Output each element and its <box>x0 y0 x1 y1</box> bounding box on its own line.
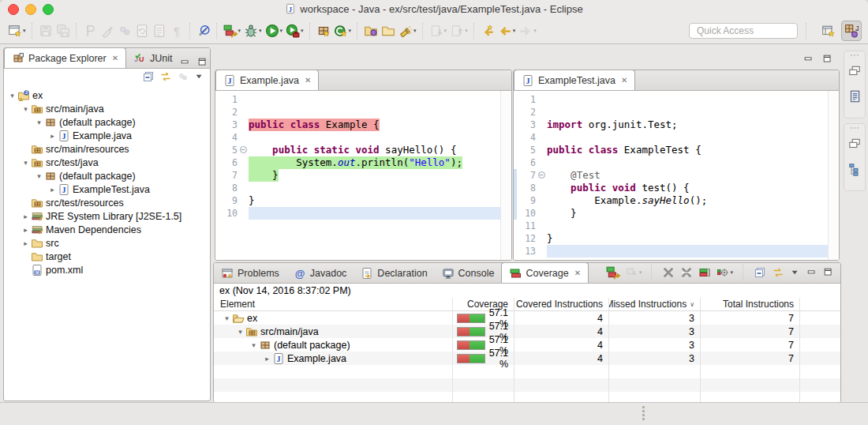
tree-item[interactable]: ▾(default package) <box>4 115 210 129</box>
close-tab-icon[interactable]: ✕ <box>305 76 311 85</box>
tree-down-arrow-icon[interactable]: ▾ <box>34 118 44 126</box>
dropdown-arrow-icon[interactable]: ▾ <box>259 28 262 34</box>
tab-package-explorer[interactable]: Package Explorer✕ <box>4 47 126 68</box>
tab-declaration[interactable]: Declaration <box>354 263 434 283</box>
minimize-editor-area-icon[interactable] <box>803 54 814 65</box>
column-header-element[interactable]: Element <box>214 298 452 310</box>
tree-down-arrow-icon[interactable]: ▾ <box>249 341 259 349</box>
tree-down-arrow-icon[interactable]: ▾ <box>7 92 17 100</box>
tab-coverage[interactable]: Coverage✕ <box>501 262 589 283</box>
run-button[interactable]: ▾ <box>264 21 285 41</box>
last-edit-location-button[interactable] <box>479 21 496 41</box>
tree-item[interactable]: ▸JExample.java <box>4 129 210 142</box>
dropdown-arrow-icon[interactable]: ▾ <box>533 28 537 34</box>
remove-session-button[interactable] <box>662 265 675 280</box>
tab-console[interactable]: Console <box>435 263 502 283</box>
save-all-button[interactable] <box>54 21 72 41</box>
restore-view-button[interactable] <box>847 64 862 81</box>
dropdown-arrow-icon[interactable]: ▾ <box>465 28 468 34</box>
report-button[interactable] <box>151 21 168 41</box>
tree-item[interactable]: target <box>4 250 210 263</box>
minimize-view-icon[interactable] <box>180 57 191 68</box>
tree-item[interactable]: ▾src/main/java <box>4 102 210 115</box>
dropdown-arrow-icon[interactable]: ▾ <box>23 28 26 34</box>
tree-right-arrow-icon[interactable]: ▸ <box>21 212 31 220</box>
view-menu-button[interactable] <box>790 265 801 280</box>
focus-button[interactable] <box>177 70 189 86</box>
tree-down-arrow-icon[interactable]: ▾ <box>34 172 44 180</box>
coverage-row[interactable]: ▾(default package)57.1 %437 <box>214 338 840 352</box>
tree-down-arrow-icon[interactable]: ▾ <box>21 105 31 113</box>
new-java-project-button[interactable] <box>315 21 332 41</box>
coverage-row[interactable]: ▾src/main/java57.1 %437 <box>214 325 840 338</box>
quick-access-input[interactable]: Quick Access <box>689 23 798 39</box>
dropdown-arrow-icon[interactable]: ▾ <box>280 28 283 34</box>
tree-item[interactable]: ▸Maven Dependencies <box>4 223 210 236</box>
tree-item[interactable]: src/test/resources <box>4 196 210 209</box>
save-button[interactable] <box>37 21 54 41</box>
tree-right-arrow-icon[interactable]: ▸ <box>21 226 31 234</box>
trim-drag-handle[interactable] <box>851 127 859 129</box>
open-perspective-button[interactable] <box>819 21 838 40</box>
debug-button[interactable]: ▾ <box>242 21 264 41</box>
pin-editor-button[interactable] <box>81 21 99 41</box>
dropdown-arrow-icon[interactable]: ▾ <box>730 269 733 276</box>
close-tab-icon[interactable]: ✕ <box>621 76 627 85</box>
annotation-next-button[interactable]: ▾ <box>428 21 449 41</box>
dump-execution-button[interactable]: ▾ <box>626 265 642 280</box>
trim-drag-handle[interactable] <box>642 406 645 420</box>
close-tab-icon[interactable]: ✕ <box>112 54 118 62</box>
coverage-row[interactable]: ▾ex57.1 %437 <box>214 311 840 325</box>
restore-view-button[interactable] <box>847 137 862 154</box>
annotation-prev-button[interactable]: ▾ <box>448 21 470 41</box>
maximize-view-button[interactable] <box>823 265 834 280</box>
tree-item[interactable]: ▾src/test/java <box>4 156 210 169</box>
run-config-button[interactable]: ▾ <box>284 21 305 41</box>
code-editor[interactable]: 123import org.junit.Test;45public class … <box>514 91 839 261</box>
fold-collapse-icon[interactable]: − <box>538 171 545 179</box>
coverage-row[interactable]: ▸JExample.java57.1 %437 <box>214 352 840 365</box>
dropdown-arrow-icon[interactable]: ▾ <box>639 269 642 276</box>
tree-item[interactable]: src/main/resources <box>4 142 210 156</box>
open-type-button[interactable] <box>362 21 380 41</box>
coverage-launch-button[interactable]: ▾ <box>222 21 243 41</box>
team-button[interactable] <box>116 21 133 41</box>
refresh-doc-button[interactable] <box>133 21 151 41</box>
declaration-doc-button[interactable] <box>847 89 862 107</box>
session-gear-button[interactable]: ▾ <box>716 265 733 280</box>
remove-all-sessions-button[interactable] <box>680 265 693 280</box>
tree-item[interactable]: ▾Jex <box>4 88 210 102</box>
search-button[interactable]: ▾ <box>397 21 418 41</box>
tree-right-arrow-icon[interactable]: ▸ <box>21 239 31 247</box>
code-editor[interactable]: 123public class Example {45− public stat… <box>215 91 511 261</box>
tree-right-arrow-icon[interactable]: ▸ <box>262 355 272 363</box>
tree-item[interactable]: ▾(default package) <box>4 169 210 182</box>
collapse-all-button[interactable] <box>142 70 155 86</box>
link-editor-button[interactable] <box>159 70 172 86</box>
dropdown-arrow-icon[interactable]: ▾ <box>413 28 417 34</box>
tree-right-arrow-icon[interactable]: ▸ <box>47 186 58 194</box>
minimize-view-button[interactable] <box>806 265 817 280</box>
open-resource-button[interactable] <box>380 21 397 41</box>
tree-item[interactable]: ▸src <box>4 236 210 250</box>
new-wizard-button[interactable]: ▾ <box>6 21 28 41</box>
sweep-button[interactable] <box>99 21 116 41</box>
dropdown-arrow-icon[interactable]: ▾ <box>444 28 447 34</box>
maximize-editor-area-icon[interactable] <box>822 54 833 65</box>
mark-occurrences-button[interactable] <box>195 21 212 41</box>
dropdown-arrow-icon[interactable]: ▾ <box>238 28 241 34</box>
new-wizard-round-button[interactable]: ▾ <box>332 21 354 41</box>
tab-junit[interactable]: JUJUnit <box>126 48 179 68</box>
back-history-button[interactable]: ▾ <box>496 21 518 41</box>
coverage-box-button[interactable] <box>698 265 711 280</box>
tab-example-java[interactable]: JExample.java✕ <box>215 70 319 90</box>
tree-down-arrow-icon[interactable]: ▾ <box>21 159 31 167</box>
maximize-view-icon[interactable] <box>197 57 208 68</box>
dropdown-arrow-icon[interactable]: ▾ <box>301 28 304 34</box>
outline-button[interactable] <box>847 162 862 179</box>
tree-right-arrow-icon[interactable]: ▸ <box>47 132 58 140</box>
column-header-total-instructions[interactable]: Total Instructions <box>700 298 799 310</box>
trim-drag-handle[interactable] <box>851 55 859 56</box>
collapse-all-button[interactable] <box>754 265 766 280</box>
dropdown-arrow-icon[interactable]: ▾ <box>513 28 516 34</box>
